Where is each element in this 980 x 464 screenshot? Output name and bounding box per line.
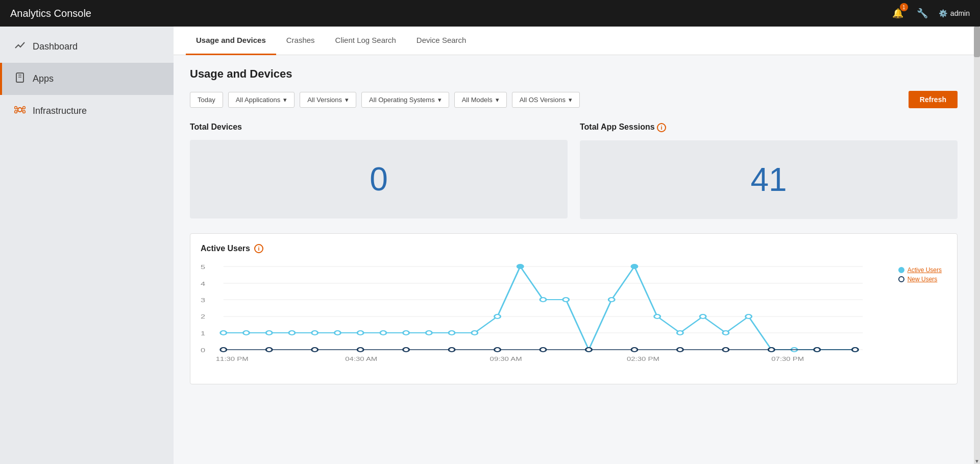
total-app-sessions-value-card: 41 [580,140,958,219]
dashboard-label: Dashboard [33,41,78,52]
admin-button[interactable]: ⚙️ admin [939,9,970,17]
svg-point-38 [540,298,546,302]
total-app-sessions-value: 41 [750,161,787,198]
svg-point-57 [449,348,455,352]
svg-point-47 [746,314,752,319]
svg-point-25 [243,331,250,335]
svg-text:07:30 PM: 07:30 PM [771,356,804,362]
svg-text:02:30 PM: 02:30 PM [627,356,659,362]
tab-device-search[interactable]: Device Search [406,27,477,55]
app-title: Analytics Console [10,8,890,19]
sidebar-item-dashboard[interactable]: Dashboard [0,31,174,63]
svg-point-37 [517,264,523,268]
chevron-down-icon: ▾ [345,96,349,104]
content-area: Usage and Devices Today All Applications… [174,55,974,464]
sidebar-item-apps[interactable]: Apps [0,63,174,95]
filter-bar: Today All Applications ▾ All Versions ▾ … [190,91,958,108]
svg-point-46 [723,331,729,335]
new-users-dot [898,276,904,282]
active-users-legend-label: Active Users [908,266,942,274]
header-actions: 🔔 1 🔧 ⚙️ admin [890,5,970,21]
svg-point-5 [23,107,26,109]
apps-icon [14,72,26,86]
tab-usage-devices[interactable]: Usage and Devices [186,27,276,55]
tabs-bar: Usage and Devices Crashes Client Log Sea… [174,27,974,55]
chevron-down-icon: ▾ [569,96,572,104]
svg-point-54 [312,348,318,352]
all-models-filter[interactable]: All Models ▾ [454,92,507,108]
chevron-down-icon: ▾ [496,96,499,104]
total-app-sessions-card: Total App Sessions i 41 [580,123,958,219]
svg-point-29 [334,331,340,335]
legend-active-users[interactable]: Active Users [898,266,942,274]
svg-point-65 [814,348,820,352]
svg-rect-0 [16,73,23,82]
all-versions-filter[interactable]: All Versions ▾ [300,92,356,108]
tools-button[interactable]: 🔧 [914,5,930,21]
svg-point-35 [472,331,478,335]
refresh-button[interactable]: Refresh [909,91,958,108]
total-app-sessions-label: Total App Sessions i [580,123,958,132]
svg-point-41 [608,298,615,302]
scrollbar-thumb[interactable] [974,27,980,57]
svg-text:4: 4 [201,281,205,287]
chart-legend: Active Users New Users [898,266,942,285]
total-devices-card: Total Devices 0 [190,123,568,219]
today-filter[interactable]: Today [190,92,223,108]
svg-point-3 [18,108,22,112]
notification-badge: 1 [900,3,908,11]
svg-text:3: 3 [201,297,205,304]
svg-point-6 [15,111,17,113]
svg-point-62 [677,348,683,352]
svg-point-45 [700,314,706,319]
svg-point-56 [403,348,409,352]
apps-label: Apps [33,74,54,84]
svg-point-59 [540,348,546,352]
infrastructure-label: Infrastructure [33,106,87,116]
today-label: Today [198,96,215,104]
body-layout: Dashboard Apps [0,27,980,464]
header: Analytics Console 🔔 1 🔧 ⚙️ admin [0,0,980,27]
svg-point-55 [357,348,363,352]
active-users-dot [898,267,904,273]
active-users-svg: 5 4 3 2 1 0 [201,261,886,363]
chart-info-icon: i [254,244,263,253]
legend-new-users[interactable]: New Users [898,276,942,283]
infrastructure-icon [14,104,26,118]
tab-crashes[interactable]: Crashes [276,27,325,55]
svg-text:04:30 AM: 04:30 AM [345,356,377,362]
chevron-down-icon: ▾ [438,96,442,104]
all-operating-systems-filter[interactable]: All Operating Systems ▾ [361,92,449,108]
svg-point-61 [631,348,638,352]
active-users-chart-section: Active Users i 5 4 3 2 1 0 [190,233,958,384]
svg-point-66 [852,348,858,352]
svg-point-33 [426,331,432,335]
notification-button[interactable]: 🔔 1 [890,5,906,21]
svg-point-36 [495,314,501,319]
page-title: Usage and Devices [190,67,958,81]
svg-point-31 [380,331,386,335]
total-devices-value-card: 0 [190,140,568,218]
all-os-versions-filter[interactable]: All OS Versions ▾ [512,92,580,108]
svg-point-26 [266,331,272,335]
scroll-down-arrow[interactable]: ▼ [974,458,980,464]
right-scrollbar[interactable]: ▼ [974,27,980,464]
svg-point-42 [631,264,638,268]
main-content: Usage and Devices Crashes Client Log Sea… [174,27,974,464]
svg-point-44 [677,331,683,335]
chart-container: 5 4 3 2 1 0 [201,261,947,374]
tab-client-log-search[interactable]: Client Log Search [325,27,406,55]
sidebar-item-infrastructure[interactable]: Infrastructure [0,95,174,127]
svg-point-7 [23,111,26,113]
svg-point-43 [654,314,660,319]
new-users-legend-label: New Users [908,276,938,283]
svg-text:11:30 PM: 11:30 PM [216,356,249,362]
svg-point-32 [403,331,409,335]
svg-text:0: 0 [201,347,205,354]
chart-title: Active Users i [201,244,947,253]
svg-text:09:30 AM: 09:30 AM [490,356,522,362]
svg-point-28 [312,331,318,335]
info-icon: i [657,123,666,132]
total-devices-value: 0 [370,161,388,198]
all-applications-filter[interactable]: All Applications ▾ [228,92,295,108]
